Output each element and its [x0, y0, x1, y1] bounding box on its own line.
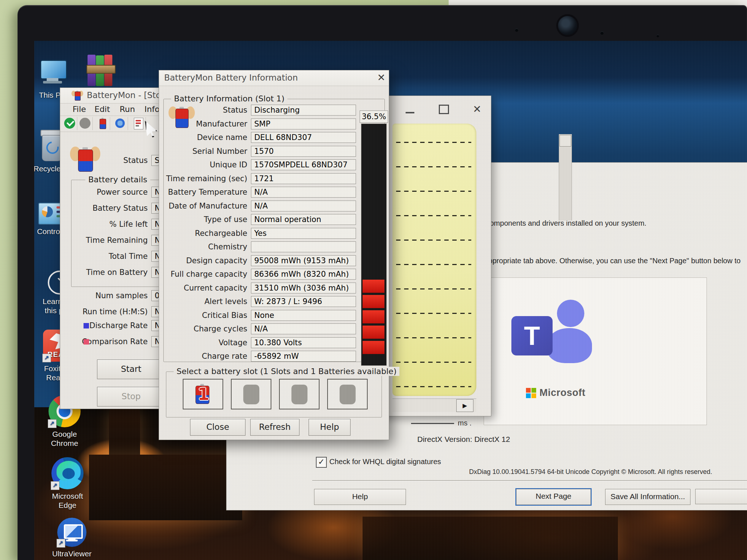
help-button[interactable]: Help — [309, 419, 351, 436]
dxdiag-info-text-line2: appropriate tab above. Otherwise, you ca… — [484, 257, 740, 265]
charge-bar-segment — [363, 341, 384, 354]
refresh-button[interactable]: Refresh — [250, 419, 299, 436]
start-button[interactable]: Start — [97, 359, 165, 379]
stop-icon — [80, 118, 90, 129]
close-dialog-button[interactable]: Close — [190, 419, 245, 436]
field-row: Chemistry — [163, 241, 356, 252]
photo-of-laptop: This PC Recycle B Control Pa — [0, 0, 747, 560]
shortcut-arrow-icon: ↗ — [42, 354, 51, 362]
dxdiag-inner-panel: T Microsoft — [484, 277, 707, 425]
minimize-button[interactable] — [403, 103, 417, 116]
close-button[interactable]: ✕ — [377, 72, 386, 83]
field-row: Charge cyclesN/A — [163, 323, 356, 334]
shortcut-arrow-icon: ↗ — [57, 539, 65, 548]
graph-paper — [392, 124, 476, 396]
icon-label: Chrome — [37, 439, 92, 448]
field-row: Design capacity95008 mWh (9153 mAh) — [163, 255, 356, 266]
field-row: Voltage10.380 Volts — [163, 337, 356, 348]
icon-label: UltraViewer — [44, 549, 99, 558]
close-button[interactable]: ✕ — [470, 103, 484, 116]
field-row: Time remaining (sec)1721 — [163, 173, 356, 184]
toolbar-stop-button[interactable] — [78, 117, 93, 130]
mouse-cursor — [145, 121, 157, 137]
stop-button[interactable]: Stop — [97, 387, 165, 407]
teams-person-head-icon — [557, 300, 584, 327]
toolbar-run-button[interactable] — [63, 117, 77, 130]
microsoft-wordmark: Microsoft — [539, 387, 585, 398]
dxdiag-save-all-button[interactable]: Save All Information... — [605, 489, 690, 505]
windows-desktop: This PC Recycle B Control Pa — [34, 41, 747, 560]
field-row: Unique ID1570SMPDELL 68ND307 — [163, 159, 356, 170]
field-row: Date of ManufactureN/A — [163, 201, 356, 211]
wallpaper-building — [363, 517, 618, 560]
dialog-titlebar[interactable]: BatteryMon Battery Information ✕ — [159, 70, 389, 86]
field-row: Critical BiasNone — [163, 310, 356, 321]
field-row: Charge rate-65892 mW — [163, 351, 356, 362]
directx-version-text: DirectX Version: DirectX 12 — [417, 435, 510, 444]
icon-label: Edge — [40, 501, 95, 510]
ultraviewer-icon: ↗ — [57, 518, 86, 547]
comparison-legend-swatch — [84, 339, 89, 345]
webcam — [558, 16, 577, 35]
this-pc-icon — [40, 60, 67, 79]
menu-edit[interactable]: Edit — [94, 105, 110, 114]
toolbar-report-button[interactable] — [132, 117, 146, 130]
field-row: Battery TemperatureN/A — [163, 187, 356, 198]
icon-label: Google — [37, 429, 92, 439]
dxdiag-next-page-button[interactable]: Next Page — [515, 488, 592, 506]
microsoft-logo-icon — [526, 388, 536, 398]
maximize-icon — [439, 105, 449, 114]
battery-info-dialog: BatteryMon Battery Information ✕ Battery… — [159, 70, 389, 440]
graph-h-scrollbar[interactable]: ▶ — [392, 398, 476, 412]
battery-slot-3-button[interactable] — [279, 379, 320, 409]
whql-checkbox-label: Check for WHQL digital signatures — [329, 458, 441, 466]
maximize-button[interactable] — [437, 103, 451, 116]
field-row: Full charge capacity86366 mWh (8320 mAh) — [163, 269, 356, 280]
teams-logo-icon: T — [511, 316, 553, 355]
bezel-mic-dot — [600, 31, 604, 35]
battery-slot-1-icon: 1 — [193, 383, 211, 404]
desktop-icon-winrar[interactable] — [88, 55, 113, 87]
empty-battery-icon — [340, 385, 356, 404]
dialog-title: BatteryMon Battery Information — [164, 73, 298, 82]
window-title: BatteryMon - [Stop — [87, 90, 166, 100]
toolbar-battery-info-button[interactable] — [96, 117, 110, 130]
battery-icon — [98, 117, 107, 129]
desktop-icon-ultraviewer[interactable]: ↗ UltraViewer — [44, 518, 99, 558]
dxdiag-exit-button[interactable]: Exit — [695, 489, 747, 504]
scroll-up-button[interactable] — [560, 135, 571, 147]
menu-info[interactable]: Info — [144, 105, 160, 114]
battery-slot-1-button[interactable]: 1 — [183, 379, 223, 409]
bezel-mic-dot — [515, 28, 518, 32]
check-icon: ✓ — [318, 457, 325, 466]
battery-slot-2-button[interactable] — [231, 379, 271, 409]
battery-settings-icon — [115, 118, 125, 128]
laptop-bezel: This PC Recycle B Control Pa — [18, 5, 747, 560]
empty-battery-icon — [243, 385, 259, 404]
toolbar-settings-button[interactable] — [114, 117, 128, 130]
run-icon — [64, 118, 75, 129]
dxdiag-help-button[interactable]: Help — [314, 489, 406, 505]
field-row: Device nameDELL 68ND307 — [163, 132, 356, 143]
empty-battery-icon — [291, 385, 307, 404]
field-row: Current capacity31510 mWh (3036 mAh) — [163, 283, 356, 293]
field-row: ManufacturerSMP — [163, 118, 356, 129]
minimize-icon — [406, 112, 414, 113]
separator — [312, 480, 747, 481]
charge-level-bar — [361, 124, 387, 366]
menu-file[interactable]: File — [73, 105, 86, 114]
desktop-icon-microsoft-edge[interactable]: ↗ Microsoft Edge — [40, 457, 95, 510]
charge-bar-segment — [363, 326, 384, 339]
shortcut-arrow-icon: ↗ — [48, 419, 57, 428]
whql-checkbox[interactable]: ✓ — [316, 457, 327, 468]
background-window-scrollbar[interactable] — [559, 134, 572, 221]
close-icon: ✕ — [473, 103, 481, 115]
wallpaper-building — [89, 455, 242, 520]
partially-hidden-text: ms . — [411, 419, 495, 428]
scroll-right-button[interactable]: ▶ — [456, 399, 473, 412]
battery-slot-4-button[interactable] — [327, 379, 368, 409]
field-row: Type of useNormal operation — [163, 214, 356, 225]
menu-run[interactable]: Run — [120, 105, 135, 114]
field-row: Alert levelsW: 2873 / L: 9496 — [163, 296, 356, 307]
dxdiag-version-copyright: DxDiag 10.00.19041.5794 64-bit Unicode C… — [469, 468, 712, 476]
